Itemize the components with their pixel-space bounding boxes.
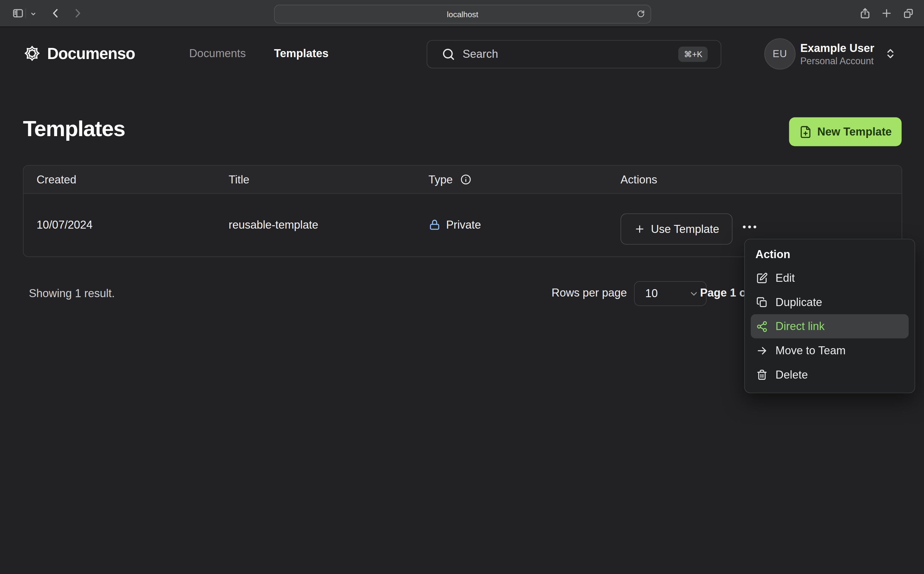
menu-item-label: Duplicate [776,296,822,309]
rows-per-page-value: 10 [645,287,658,300]
sidebar-icon[interactable] [12,7,24,19]
column-header-created: Created [36,166,77,193]
plus-icon [634,223,645,235]
cell-created: 10/07/2024 [36,193,93,256]
brand-name[interactable]: Documenso [47,45,135,63]
browser-toolbar: localhost [0,0,924,27]
menu-item-duplicate[interactable]: Duplicate [751,290,909,314]
rows-per-page-label: Rows per page [552,286,627,299]
lock-icon [428,219,441,231]
new-template-label: New Template [817,125,891,138]
edit-icon [756,272,768,284]
menu-item-label: Delete [776,368,808,381]
search-input[interactable] [461,41,682,68]
rows-per-page-select[interactable]: 10 [634,281,707,306]
menu-item-label: Move to Team [776,344,846,357]
chevrons-up-down-icon[interactable] [885,47,896,59]
forward-icon[interactable] [71,7,83,19]
use-template-button[interactable]: Use Template [620,213,732,244]
toolbar-divider [25,8,26,19]
documenso-seal-icon[interactable] [23,44,41,62]
avatar-initials: EU [773,48,787,60]
share-icon[interactable] [859,6,872,20]
new-template-button[interactable]: New Template [789,117,902,146]
cell-type: Private [446,193,481,256]
reload-icon[interactable] [636,9,645,19]
duplicate-icon [756,296,768,308]
avatar[interactable]: EU [764,38,796,70]
chevron-down-icon[interactable] [30,10,37,18]
info-icon[interactable] [460,174,471,185]
menu-item-edit[interactable]: Edit [751,266,909,290]
ellipsis-icon[interactable] [741,223,758,230]
menu-item-delete[interactable]: Delete [751,363,909,387]
table-header-row: Created Title Type Actions [24,166,902,194]
file-plus-icon [799,125,812,138]
arrow-right-icon [756,344,768,356]
column-header-actions: Actions [620,166,657,193]
address-bar[interactable]: localhost [274,5,651,24]
cell-title: reusable-template [228,193,318,256]
back-icon[interactable] [49,7,62,19]
menu-item-label: Direct link [776,320,825,333]
column-header-type: Type [428,166,453,193]
menu-item-move-to-team[interactable]: Move to Team [751,338,909,363]
share-network-icon [756,320,768,332]
select-chevron-down-icon [689,289,699,299]
search-shortcut-badge: ⌘+K [678,47,708,62]
use-template-label: Use Template [651,222,719,235]
url-text: localhost [447,10,478,19]
app-window: localhost Documenso Documents Templates … [0,0,924,574]
nav-templates[interactable]: Templates [274,47,329,60]
nav-documents[interactable]: Documents [189,47,246,60]
user-account-type: Personal Account [800,56,874,67]
search-box[interactable]: ⌘+K [427,40,721,68]
menu-item-label: Edit [776,271,795,284]
menu-item-direct-link[interactable]: Direct link [751,314,909,338]
column-header-title: Title [228,166,249,193]
action-menu: Action Edit Duplicate Direct link Move t… [744,239,915,393]
page-title: Templates [23,117,125,142]
user-name[interactable]: Example User [800,42,874,55]
search-icon [441,47,456,61]
tab-overview-icon[interactable] [902,7,915,19]
trash-icon [756,369,768,380]
results-summary: Showing 1 result. [29,287,115,300]
new-tab-icon[interactable] [880,7,893,19]
action-menu-title: Action [756,248,909,261]
